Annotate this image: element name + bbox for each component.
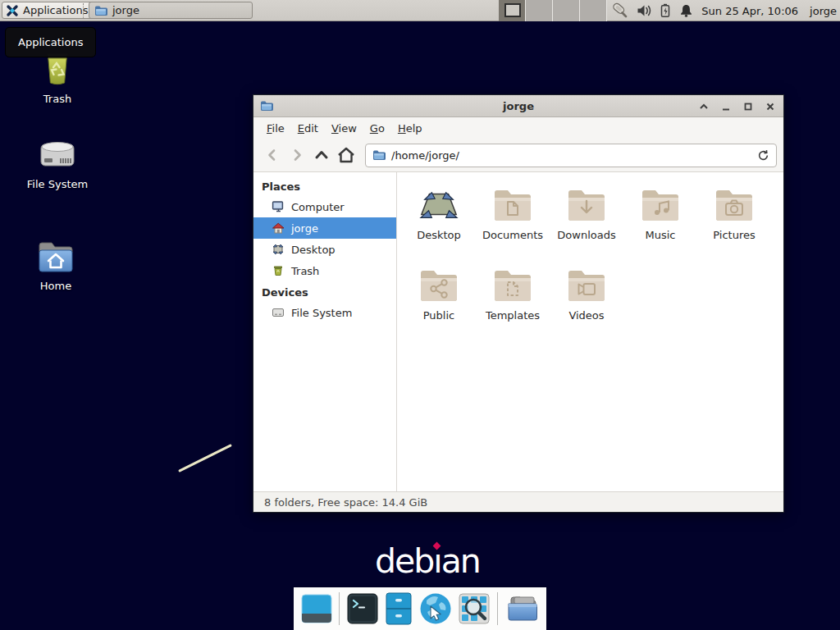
folder-label: Templates (486, 309, 540, 322)
top-panel: Applications jorge (0, 0, 840, 21)
show-desktop-icon[interactable] (301, 592, 332, 625)
devices-header: Devices (253, 281, 396, 302)
templates-folder-icon (493, 267, 532, 304)
maximize-button[interactable] (743, 102, 753, 112)
desktop-stray-line (178, 444, 232, 472)
path-entry[interactable]: /home/jorge/ (365, 144, 777, 167)
drive-icon (272, 306, 285, 319)
music-folder-icon (641, 187, 680, 223)
documents-folder-icon (493, 187, 532, 223)
menu-file[interactable]: File (260, 120, 291, 137)
desktop-icon-file-system[interactable]: File System (16, 138, 98, 190)
debian-logo-text: deb (375, 541, 433, 581)
places-header: Places (253, 176, 396, 196)
folder-item-videos[interactable]: Videos (550, 264, 623, 345)
folder-item-downloads[interactable]: Downloads (550, 184, 623, 264)
path-text[interactable]: /home/jorge/ (391, 149, 751, 162)
reload-icon[interactable] (757, 149, 769, 162)
menu-go[interactable]: Go (363, 120, 391, 137)
computer-icon (272, 200, 285, 213)
up-button[interactable] (309, 143, 334, 167)
sidebar-item-file-system[interactable]: File System (253, 302, 396, 323)
sidebar-item-computer[interactable]: Computer (253, 196, 396, 217)
debian-logo-i: ı (433, 541, 441, 581)
videos-folder-icon (567, 267, 606, 304)
menu-help[interactable]: Help (391, 120, 429, 137)
system-tray: Sun 25 Apr, 10:06 jorge (611, 0, 837, 21)
folder-label: Documents (482, 229, 543, 241)
web-browser-globe-icon[interactable] (419, 592, 452, 625)
menu-view[interactable]: View (325, 120, 363, 137)
folder-item-templates[interactable]: Templates (476, 264, 550, 345)
applications-menu-button[interactable]: Applications (2, 2, 94, 19)
downloads-folder-icon (567, 187, 606, 223)
folder-item-public[interactable]: Public (402, 264, 476, 345)
desktop-icon-label: File System (16, 178, 98, 190)
toolbar: /home/jorge/ (253, 139, 783, 172)
taskbar-window-button[interactable]: jorge (89, 2, 253, 19)
workspace-4[interactable] (580, 0, 607, 21)
file-manager-cabinet-icon[interactable] (385, 592, 413, 625)
home-folder-icon (15, 238, 97, 276)
folder-label: Videos (568, 309, 604, 322)
tooltip-text: Applications (18, 36, 83, 48)
dock-separator (339, 592, 340, 625)
folder-label: Downloads (557, 229, 615, 241)
debian-logo: debıan (375, 541, 480, 581)
sidebar-item-label: jorge (291, 222, 318, 235)
clock[interactable]: Sun 25 Apr, 10:06 (701, 5, 798, 17)
desktop-icon-home[interactable]: Home (15, 238, 97, 292)
tray-tool-icon[interactable] (611, 2, 628, 19)
desktop-icon-label: Trash (16, 93, 98, 105)
close-button[interactable] (765, 102, 775, 112)
application-finder-icon[interactable] (459, 593, 490, 624)
workspace-3[interactable] (553, 0, 580, 21)
workspace-1[interactable] (499, 0, 526, 21)
sidebar-item-label: Desktop (291, 244, 336, 256)
sidebar: Places Computer (253, 172, 397, 491)
folder-item-desktop[interactable]: Desktop (402, 184, 476, 264)
hard-drive-icon (16, 138, 98, 174)
notifications-bell-icon[interactable] (679, 3, 693, 18)
sidebar-item-label: File System (291, 307, 352, 319)
applications-icon (6, 4, 19, 17)
desktop-icon-label: Home (15, 280, 97, 292)
titlebar[interactable]: jorge (253, 95, 783, 117)
terminal-icon[interactable] (347, 593, 378, 624)
status-text: 8 folders, Free space: 14.4 GiB (264, 496, 427, 509)
folder-label: Desktop (417, 229, 461, 241)
menu-edit[interactable]: Edit (291, 120, 325, 137)
public-folder-icon (419, 267, 459, 304)
home-icon (272, 221, 285, 235)
home-button[interactable] (334, 143, 358, 167)
volume-icon[interactable] (637, 3, 651, 18)
workspace-pager[interactable] (499, 0, 609, 21)
battery-icon[interactable] (660, 3, 671, 19)
back-button[interactable] (260, 143, 285, 167)
folder-item-pictures[interactable]: Pictures (697, 184, 771, 264)
panel-handle[interactable] (83, 3, 86, 18)
folder-item-music[interactable]: Music (623, 184, 697, 264)
folder-label: Music (646, 229, 676, 241)
dock-folder-icon[interactable] (504, 592, 539, 625)
folder-item-documents[interactable]: Documents (476, 184, 550, 264)
file-manager-window: jorge File Edit View Go Help (253, 94, 784, 513)
menubar: File Edit View Go Help (253, 117, 783, 139)
sidebar-item-desktop[interactable]: Desktop (253, 239, 396, 260)
file-list-view[interactable]: Desktop Documents Downloads Music Pictur… (397, 172, 783, 491)
pictures-folder-icon (714, 187, 754, 223)
minimize-button[interactable] (721, 102, 731, 112)
sidebar-item-label: Computer (291, 201, 345, 213)
trash-small-icon (272, 264, 285, 277)
sidebar-item-trash[interactable]: Trash (253, 260, 396, 281)
username[interactable]: jorge (810, 5, 837, 17)
debian-logo-text: an (441, 541, 480, 581)
applications-label: Applications (23, 4, 88, 16)
sidebar-item-label: Trash (291, 265, 319, 277)
forward-button[interactable] (285, 143, 309, 167)
taskbar-folder-icon (94, 4, 107, 17)
statusbar: 8 folders, Free space: 14.4 GiB (253, 491, 783, 512)
workspace-2[interactable] (526, 0, 553, 21)
sidebar-item-jorge[interactable]: jorge (253, 217, 396, 239)
shade-button[interactable] (699, 102, 709, 112)
